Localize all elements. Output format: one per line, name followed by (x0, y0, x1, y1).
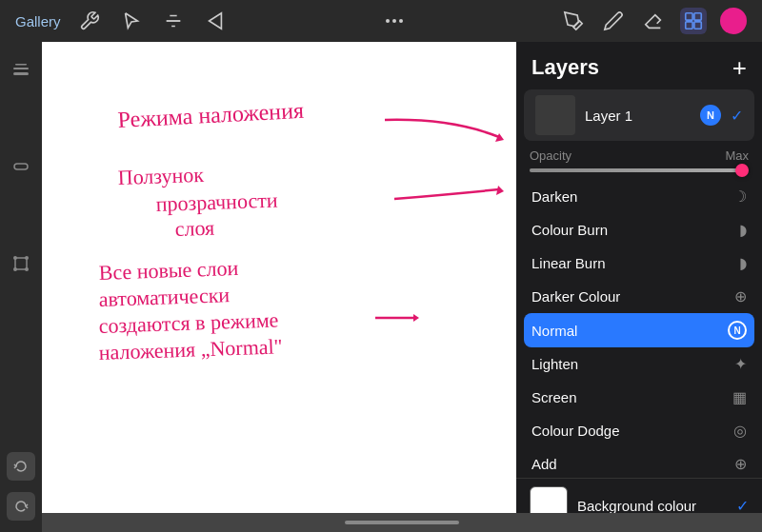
svg-rect-9 (15, 258, 27, 269)
opacity-slider-container[interactable] (516, 167, 762, 180)
svg-rect-6 (13, 72, 29, 75)
blend-mode-darken[interactable]: Darken ☽ (516, 180, 762, 213)
svg-point-10 (13, 256, 17, 260)
blend-mode-normal[interactable]: Normal N (524, 313, 754, 347)
canvas-area: Режима наложения Ползунок прозрачности с… (42, 42, 762, 532)
svg-point-13 (25, 267, 29, 271)
svg-rect-5 (13, 68, 29, 69)
svg-text:наложения „Normal": наложения „Normal" (98, 334, 283, 365)
svg-text:Все  новые слои: Все новые слои (98, 256, 239, 285)
strikethrough-icon[interactable] (160, 8, 187, 34)
svg-marker-23 (496, 186, 504, 195)
svg-point-11 (25, 256, 29, 260)
redo-button[interactable] (7, 492, 35, 521)
add-layer-button[interactable]: + (732, 55, 747, 80)
svg-marker-25 (413, 314, 419, 322)
layer-1-badge: N (700, 105, 721, 126)
opacity-max-label: Max (725, 148, 749, 163)
svg-text:прозрачности: прозрачности (155, 188, 278, 216)
canvas-paper[interactable]: Режима наложения Ползунок прозрачности с… (42, 42, 528, 532)
layer-1-check: ✓ (731, 107, 743, 125)
layer-1-name: Layer 1 (585, 108, 691, 124)
undo-button[interactable] (7, 452, 35, 481)
opacity-slider-thumb[interactable] (735, 164, 749, 177)
transform-tool[interactable] (5, 247, 37, 280)
brush-size-tool[interactable] (5, 53, 37, 86)
background-colour-label: Background colour (577, 498, 727, 514)
layers-tool-icon[interactable] (680, 8, 707, 34)
svg-rect-8 (14, 164, 28, 169)
blend-mode-darker-colour[interactable]: Darker Colour ⊕ (516, 280, 762, 313)
svg-rect-3 (686, 22, 692, 29)
svg-text:автоматически: автоматически (98, 283, 230, 311)
svg-text:Режима наложения: Режима наложения (117, 98, 305, 132)
normal-badge: N (728, 321, 747, 340)
top-toolbar: Gallery (0, 0, 762, 42)
blend-mode-add[interactable]: Add ⊕ (516, 447, 762, 478)
layers-header: Layers + (516, 42, 762, 89)
wrench-icon[interactable] (76, 8, 103, 34)
toolbar-center (386, 19, 403, 23)
svg-rect-7 (15, 64, 27, 66)
layer-1-thumbnail (535, 95, 575, 135)
svg-rect-1 (686, 13, 692, 20)
blend-mode-colour-burn[interactable]: Colour Burn ◗ (516, 213, 762, 246)
pen-tool-icon[interactable] (560, 8, 587, 34)
blend-mode-colour-dodge[interactable]: Colour Dodge ◎ (516, 414, 762, 447)
layers-title: Layers (531, 55, 599, 80)
toolbar-left: Gallery (15, 8, 229, 34)
blend-mode-lighten[interactable]: Lighten ✦ (516, 347, 762, 381)
svg-text:создаются в режиме: создаются в режиме (98, 307, 279, 338)
eraser-tool-icon[interactable] (640, 8, 667, 34)
svg-point-12 (13, 267, 17, 271)
toolbar-right (560, 8, 747, 34)
left-sidebar (0, 42, 42, 532)
opacity-label: Opacity (530, 148, 572, 163)
svg-text:слоя: слоя (174, 216, 214, 241)
layers-panel: Layers + Layer 1 N ✓ Opacity Max Darken … (516, 42, 762, 532)
smudge-tool[interactable] (5, 150, 37, 183)
background-colour-check: ✓ (736, 497, 749, 515)
opacity-row: Opacity Max (516, 141, 762, 167)
layer-1-item[interactable]: Layer 1 N ✓ (524, 89, 754, 141)
color-picker-icon[interactable] (720, 8, 747, 34)
blend-mode-linear-burn[interactable]: Linear Burn ◗ (516, 246, 762, 280)
more-options-icon[interactable] (386, 19, 403, 23)
svg-rect-2 (694, 13, 701, 20)
gallery-button[interactable]: Gallery (15, 13, 61, 30)
arrow-icon[interactable] (202, 8, 229, 34)
svg-text:Ползунок: Ползунок (117, 163, 204, 189)
home-indicator (345, 521, 459, 524)
opacity-slider[interactable] (530, 168, 749, 172)
blend-modes-list: Darken ☽ Colour Burn ◗ Linear Burn ◗ Dar… (516, 180, 762, 478)
cursor-icon[interactable] (118, 8, 145, 34)
pencil-tool-icon[interactable] (600, 8, 627, 34)
blend-mode-screen[interactable]: Screen ▦ (516, 381, 762, 414)
svg-rect-4 (694, 22, 701, 29)
svg-marker-22 (495, 133, 504, 142)
opacity-slider-fill (530, 168, 738, 172)
